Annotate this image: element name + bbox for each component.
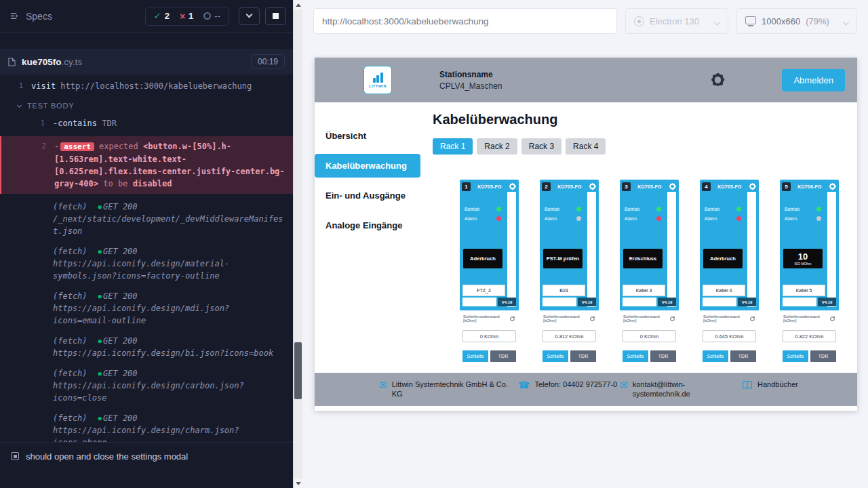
station-label: Stationsname	[439, 70, 502, 79]
stat-failed: ×1	[180, 11, 193, 22]
resistance-value: 0.812 KOhm	[542, 330, 596, 342]
command-contains[interactable]: 1 -contains TDR	[0, 113, 293, 134]
refresh-icon[interactable]	[829, 316, 835, 322]
reporter-scrollbar[interactable]	[293, 0, 302, 488]
status-display: Erdschluss	[623, 249, 663, 268]
app-main: Kabelüberwachung Rack 1 Rack 2 Rack 3 Ra…	[420, 102, 857, 373]
firmware-version: V4.19	[578, 298, 596, 306]
fetch-log-row[interactable]: (fetch)●GET 200 https://api.iconify.desi…	[0, 363, 293, 408]
status-display: 10 ISO MOhm	[783, 249, 823, 268]
specs-menu[interactable]: Specs	[9, 11, 52, 22]
fetch-log-row[interactable]: (fetch)●GET 200 https://api.iconify.desi…	[0, 241, 293, 286]
tdr-button[interactable]: TDR	[650, 350, 676, 362]
fetch-log-row[interactable]: (fetch)●GET 200 https://api.iconify.desi…	[0, 331, 293, 363]
spec-header[interactable]: kue705fo.cy.ts 00:19	[0, 49, 293, 75]
tab-rack-1[interactable]: Rack 1	[433, 138, 473, 155]
sidebar-item-kabelueberwachung[interactable]: Kabelüberwachung	[315, 154, 420, 178]
scrollbar-thumb[interactable]	[294, 342, 302, 399]
footer-email[interactable]: ✉ kontakt@littwin-systemtechnik.de	[620, 380, 742, 399]
footer-phone[interactable]: ☎ Telefon: 04402 972577-0	[518, 380, 620, 390]
page-title: Kabelüberwachung	[433, 112, 857, 127]
stop-button[interactable]	[265, 7, 286, 25]
reporter-header: Specs ✓2 ×1 --	[0, 0, 293, 33]
schleife-button[interactable]: Schleife	[783, 350, 808, 362]
device-number-badge: 5	[782, 182, 791, 191]
device-model: KÜ706-FO	[792, 184, 827, 189]
betrieb-led	[576, 207, 581, 211]
tab-rack-4[interactable]: Rack 4	[566, 138, 606, 155]
test-body-section[interactable]: TEST BODY	[0, 96, 293, 113]
test-icon	[11, 452, 19, 460]
device-gear-icon[interactable]	[669, 183, 676, 190]
refresh-icon[interactable]	[589, 316, 595, 322]
tdr-button[interactable]: TDR	[730, 350, 756, 362]
tdr-button[interactable]: TDR	[570, 350, 596, 362]
status-ok-dot: ●	[98, 248, 102, 255]
app-under-test: LITTWIN Stationsname CPLV4_Maschen Abmel…	[315, 58, 857, 411]
resistance-label: Schleifenwiderstand [kOhm]	[703, 314, 749, 323]
command-log: 1 visit http://localhost:3000/kabelueber…	[0, 75, 293, 442]
device-cards: 1 KÜ705-FO Betrieb Alarm Aderbruch FTZ_2	[460, 180, 857, 373]
resistance-value: 0.822 KOhm	[783, 330, 836, 342]
alarm-led	[496, 216, 501, 221]
browser-select[interactable]: Electron 130	[625, 8, 728, 34]
firmware-version: V4.19	[498, 298, 516, 306]
sidebar-item-uebersicht[interactable]: Übersicht	[315, 124, 420, 148]
sidebar-item-ein-und-ausgaenge[interactable]: Ein- und Ausgänge	[315, 184, 420, 207]
resistance-label: Schleifenwiderstand [kOhm]	[783, 314, 829, 323]
betrieb-led	[736, 207, 741, 211]
firmware-version: V4.19	[738, 298, 756, 306]
cable-name: FTZ_2	[462, 285, 505, 296]
settings-gear-icon[interactable]	[710, 73, 725, 87]
device-card: 4 KÜ705-FO Betrieb Alarm Aderbruch Kabel…	[700, 180, 759, 373]
fetch-log-row[interactable]: (fetch)●GET 200 https://api.iconify.desi…	[0, 408, 293, 443]
betrieb-led	[656, 207, 661, 211]
status-ok-dot: ●	[98, 415, 102, 422]
file-icon	[8, 58, 16, 66]
scroll-up-arrow[interactable]	[294, 0, 303, 9]
device-card: 2 KÜ705-FO Betrieb Alarm PST-M prüfen B2…	[540, 180, 599, 373]
collapse-button[interactable]	[239, 7, 260, 25]
betrieb-led	[496, 207, 501, 211]
stat-passed: ✓2	[154, 11, 170, 21]
passed-check-icon: ✓	[154, 11, 161, 21]
next-test-title: should open and close the settings modal	[26, 451, 188, 462]
schleife-button[interactable]: Schleife	[462, 350, 488, 362]
screen: Specs ✓2 ×1 -- kue705fo.cy.ts 00:19 1 vi…	[0, 0, 868, 488]
device-model: KÜ705-FO	[632, 184, 667, 189]
command-assert-failed[interactable]: 2 -assertexpected <button.w-[50%].h-[1.5…	[0, 136, 293, 194]
pending-icon	[203, 12, 211, 20]
device-gear-icon[interactable]	[509, 183, 516, 190]
footer-company: ✉ Littwin Systemtechnik GmbH & Co. KG	[379, 380, 518, 399]
tdr-button[interactable]: TDR	[490, 350, 516, 362]
tab-rack-2[interactable]: Rack 2	[477, 138, 517, 155]
sidebar-item-analoge-eingaenge[interactable]: Analoge Eingänge	[315, 214, 420, 237]
app-body: Übersicht Kabelüberwachung Ein- und Ausg…	[315, 102, 857, 373]
fetch-log-row[interactable]: (fetch)●GET 200 /_next/static/developmen…	[0, 197, 293, 241]
logout-button[interactable]: Abmelden	[782, 69, 845, 92]
refresh-icon[interactable]	[749, 316, 755, 322]
scroll-down-arrow[interactable]	[294, 479, 303, 488]
command-visit[interactable]: 1 visit http://localhost:3000/kabelueber…	[0, 76, 293, 96]
tab-rack-3[interactable]: Rack 3	[521, 138, 561, 155]
tdr-button[interactable]: TDR	[810, 350, 836, 362]
schleife-button[interactable]: Schleife	[623, 350, 648, 362]
device-gear-icon[interactable]	[829, 183, 836, 190]
schleife-button[interactable]: Schleife	[703, 350, 728, 362]
cable-name: Kabel 5	[783, 285, 825, 296]
command-name: -contains	[53, 119, 97, 128]
device-number-badge: 2	[542, 182, 551, 191]
device-gear-icon[interactable]	[749, 183, 756, 190]
fetch-log-row[interactable]: (fetch)●GET 200 https://api.iconify.desi…	[0, 286, 293, 331]
refresh-icon[interactable]	[669, 316, 675, 322]
device-card: 1 KÜ705-FO Betrieb Alarm Aderbruch FTZ_2	[460, 180, 519, 373]
device-gear-icon[interactable]	[589, 183, 596, 190]
display-spacer	[783, 298, 816, 306]
refresh-icon[interactable]	[509, 316, 515, 322]
schleife-button[interactable]: Schleife	[542, 350, 568, 362]
command-arg: http://localhost:3000/kabelueberwachung	[60, 81, 252, 91]
viewport-select[interactable]: 1000x660 (79%)	[736, 8, 857, 34]
footer-manuals[interactable]: Handbücher	[742, 380, 798, 390]
next-test-row[interactable]: should open and close the settings modal	[0, 442, 293, 488]
url-input[interactable]: http://localhost:3000/kabelueberwachung	[313, 8, 617, 34]
